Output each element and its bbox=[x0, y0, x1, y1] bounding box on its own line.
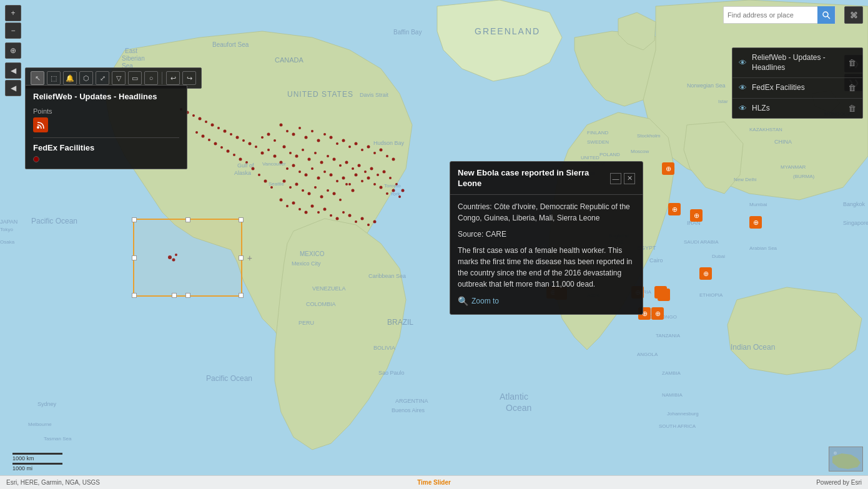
svg-point-35 bbox=[358, 164, 361, 167]
search-submit-button[interactable] bbox=[817, 6, 835, 24]
rss-icon-2[interactable]: ⊕ bbox=[690, 209, 703, 222]
selection-handle-bm[interactable] bbox=[185, 293, 190, 298]
undo-button[interactable]: ↩ bbox=[166, 71, 180, 85]
svg-point-112 bbox=[330, 214, 332, 217]
zoom-in-button[interactable]: + bbox=[5, 5, 21, 21]
svg-point-40 bbox=[389, 177, 392, 179]
svg-point-88 bbox=[286, 205, 289, 207]
keyboard-shortcut-button[interactable]: ⌘ bbox=[844, 6, 863, 24]
select-tool-button[interactable]: ↖ bbox=[31, 71, 44, 85]
popup-close-button[interactable]: ✕ bbox=[624, 173, 635, 184]
thumbnail-map[interactable] bbox=[829, 447, 863, 472]
svg-point-36 bbox=[364, 170, 367, 173]
rss-icon-4[interactable]: ⊕ bbox=[749, 216, 762, 229]
svg-point-21 bbox=[267, 133, 270, 136]
svg-point-199 bbox=[823, 12, 828, 17]
collapse-panel-button[interactable]: ◀ bbox=[5, 62, 21, 79]
svg-text:Arabian Sea: Arabian Sea bbox=[749, 245, 777, 251]
rss-icon-5[interactable]: ⊕ bbox=[699, 267, 712, 280]
locate-button[interactable]: ⊕ bbox=[5, 42, 21, 59]
legend-layer2-title: FedEx Facilities bbox=[33, 143, 179, 152]
svg-point-52 bbox=[348, 183, 351, 185]
svg-point-113 bbox=[336, 217, 339, 220]
svg-point-29 bbox=[320, 161, 323, 164]
svg-point-51 bbox=[342, 177, 345, 180]
layer-delete-0[interactable]: 🗑 bbox=[848, 58, 856, 67]
selection-handle-b2[interactable] bbox=[172, 293, 177, 298]
svg-text:BRAZIL: BRAZIL bbox=[387, 318, 413, 327]
svg-point-72 bbox=[373, 183, 376, 185]
point-tool-button[interactable]: ⬡ bbox=[79, 71, 93, 85]
rss-icon-12[interactable]: ⊕ bbox=[651, 307, 664, 320]
legend-panel: ReliefWeb - Updates - Headlines Points F… bbox=[25, 85, 187, 169]
selection-handle-br[interactable] bbox=[239, 293, 244, 298]
layer-delete-2[interactable]: 🗑 bbox=[848, 104, 856, 113]
svg-text:POLAND: POLAND bbox=[599, 152, 620, 157]
selection-handle-ml[interactable] bbox=[132, 255, 137, 260]
legend-layer1-section: Points bbox=[26, 105, 187, 137]
svg-point-82 bbox=[314, 186, 317, 189]
svg-text:TANZANIA: TANZANIA bbox=[656, 333, 681, 338]
scale-label-mi: 1000 mi bbox=[12, 465, 62, 472]
svg-text:UNITED: UNITED bbox=[581, 155, 599, 161]
selection-handle-bl[interactable] bbox=[132, 293, 137, 298]
selection-handle-tm[interactable] bbox=[185, 217, 190, 222]
svg-point-115 bbox=[348, 214, 352, 217]
layer-visibility-eye-2[interactable]: 👁 bbox=[739, 104, 747, 113]
edit-vertices-button[interactable]: ⬚ bbox=[47, 71, 61, 85]
popup-controls: — ✕ bbox=[610, 173, 635, 184]
svg-text:Dubai: Dubai bbox=[712, 254, 725, 259]
scale-label-km: 1000 km bbox=[12, 455, 62, 462]
svg-point-74 bbox=[386, 192, 388, 195]
circle-tool-button[interactable]: ○ bbox=[144, 71, 158, 85]
scale-line-top bbox=[12, 453, 62, 455]
svg-point-114 bbox=[342, 211, 345, 214]
svg-point-56 bbox=[255, 146, 257, 148]
svg-point-46 bbox=[311, 167, 313, 170]
svg-point-12 bbox=[348, 146, 351, 148]
redo-button[interactable]: ↪ bbox=[182, 71, 196, 85]
svg-point-90 bbox=[298, 208, 301, 210]
snapping-button[interactable]: 🔔 bbox=[63, 71, 77, 85]
svg-point-104 bbox=[220, 146, 223, 149]
rss-icon-10[interactable] bbox=[658, 289, 670, 301]
svg-point-3 bbox=[292, 133, 295, 136]
popup-minimize-button[interactable]: — bbox=[610, 173, 621, 184]
svg-text:Hudson Bay: Hudson Bay bbox=[373, 140, 405, 146]
layer-delete-1[interactable]: 🗑 bbox=[848, 83, 856, 92]
polygon-tool-button[interactable]: ▽ bbox=[112, 71, 126, 85]
rss-icon-1[interactable]: ⊕ bbox=[662, 162, 674, 175]
search-input[interactable] bbox=[724, 11, 817, 19]
svg-point-5 bbox=[305, 136, 308, 139]
svg-text:Baffin Bay: Baffin Bay bbox=[393, 29, 422, 36]
zoom-out-button[interactable]: − bbox=[5, 22, 21, 39]
svg-point-79 bbox=[295, 183, 298, 186]
scale-line-bottom bbox=[12, 463, 62, 465]
add-point-icon[interactable]: + bbox=[247, 253, 252, 263]
selection-handle-tl[interactable] bbox=[132, 217, 137, 222]
rss-icon-3[interactable]: ⊕ bbox=[668, 203, 681, 215]
svg-point-107 bbox=[202, 135, 205, 138]
selection-handle-mr[interactable] bbox=[239, 255, 244, 260]
svg-point-109 bbox=[311, 205, 314, 208]
polyline-tool-button[interactable]: ⤢ bbox=[96, 71, 109, 85]
popup-source: Source: CARE bbox=[458, 229, 635, 240]
svg-text:ETHIOPIA: ETHIOPIA bbox=[699, 292, 723, 298]
svg-point-37 bbox=[370, 167, 373, 170]
popup-zoom-to[interactable]: 🔍 Zoom to bbox=[458, 295, 635, 308]
rectangle-tool-button[interactable]: ▭ bbox=[128, 71, 142, 85]
selection-handle-tr[interactable] bbox=[239, 217, 244, 222]
search-bar bbox=[723, 6, 836, 24]
collapse-panel-button2[interactable]: ◀ bbox=[5, 80, 21, 96]
layer-visibility-eye-1[interactable]: 👁 bbox=[739, 83, 747, 92]
svg-point-84 bbox=[327, 189, 329, 192]
layer-visibility-eye-0[interactable]: 👁 bbox=[739, 58, 747, 67]
popup-source-text: Source: CARE bbox=[458, 230, 506, 239]
svg-point-10 bbox=[336, 142, 338, 145]
svg-text:(BURMA): (BURMA) bbox=[793, 174, 815, 179]
time-slider-label: Time Slider bbox=[417, 479, 451, 486]
svg-text:Beaufort Sea: Beaufort Sea bbox=[212, 41, 249, 48]
svg-text:CANADA: CANADA bbox=[275, 56, 304, 64]
svg-text:FINLAND: FINLAND bbox=[587, 130, 608, 136]
svg-text:Caribbean Sea: Caribbean Sea bbox=[368, 273, 406, 279]
